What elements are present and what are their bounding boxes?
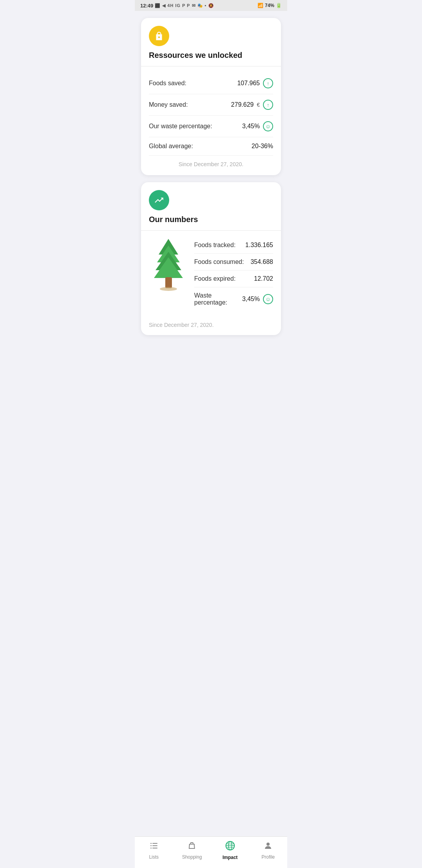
resources-title: Ressources we unlocked <box>149 51 273 60</box>
stat-row-waste-pct: Our waste percentage: 3,45% ☺ <box>149 116 273 137</box>
stat-row-foods-consumed: Foods consumed: 354.688 <box>194 254 273 271</box>
foods-tracked-value: 1.336.165 <box>245 242 273 249</box>
stat-row-foods-expired: Foods expired: 12.702 <box>194 271 273 287</box>
foods-tracked-label: Foods tracked: <box>194 242 236 249</box>
signal-icons: ⬛ ◀ 4H IG P P ✉ 🎭 • 🔕 <box>155 3 214 8</box>
waste-pct2-value-group: 3,45% ☺ <box>242 294 273 304</box>
stat-row-waste-pct2: Waste percentage: 3,45% ☺ <box>194 287 273 311</box>
battery-icon: 🔋 <box>276 3 282 8</box>
resources-card-body: Foods saved: 107.965 ↑ Money saved: 279.… <box>141 66 281 175</box>
waste-pct-value-group: 3,45% ☺ <box>242 121 273 131</box>
waste-pct2-number: 3,45% <box>242 296 260 303</box>
svg-rect-4 <box>165 277 172 288</box>
foods-saved-value-group: 107.965 ↑ <box>237 78 273 88</box>
waste-pct-smiley: ☺ <box>263 121 273 131</box>
time-display: 12:49 <box>140 3 153 9</box>
tree-svg <box>150 237 187 292</box>
foods-expired-label: Foods expired: <box>194 275 236 282</box>
numbers-content-area: Foods tracked: 1.336.165 Foods consumed:… <box>141 231 281 319</box>
status-bar: 12:49 ⬛ ◀ 4H IG P P ✉ 🎭 • 🔕 📶 74% 🔋 <box>135 0 287 11</box>
resources-card: Ressources we unlocked Foods saved: 107.… <box>141 18 281 175</box>
trending-up-icon <box>154 195 164 205</box>
foods-saved-number: 107.965 <box>237 80 260 87</box>
money-saved-label: Money saved: <box>149 101 188 108</box>
waste-pct2-smiley: ☺ <box>263 294 273 304</box>
global-avg-number: 20-36% <box>252 143 273 150</box>
money-saved-up-arrow: ↑ <box>263 100 273 110</box>
tree-illustration <box>149 237 188 292</box>
stat-row-foods-tracked: Foods tracked: 1.336.165 <box>194 237 273 254</box>
waste-pct-number: 3,45% <box>242 123 260 130</box>
status-time: 12:49 ⬛ ◀ 4H IG P P ✉ 🎭 • 🔕 <box>140 3 214 9</box>
waste-pct-label: Our waste percentage: <box>149 123 212 130</box>
lock-icon-badge <box>149 26 169 46</box>
resources-since: Since December 27, 2020. <box>149 156 273 167</box>
foods-saved-label: Foods saved: <box>149 80 186 87</box>
stat-row-foods-saved: Foods saved: 107.965 ↑ <box>149 73 273 94</box>
money-saved-value-group: 279.629 € ↑ <box>231 100 273 110</box>
battery-text: 74% <box>265 3 274 8</box>
stat-row-global-avg: Global average: 20-36% <box>149 137 273 156</box>
foods-consumed-label: Foods consumed: <box>194 258 244 265</box>
main-content: Ressources we unlocked Foods saved: 107.… <box>135 11 287 370</box>
numbers-card: Our numbers Foo <box>141 182 281 335</box>
waste-pct2-label: Waste percentage: <box>194 292 242 306</box>
foods-consumed-value: 354.688 <box>250 258 273 265</box>
status-right: 📶 74% 🔋 <box>257 3 282 8</box>
numbers-title: Our numbers <box>149 215 273 224</box>
euro-symbol: € <box>257 102 260 108</box>
lock-icon <box>154 31 164 41</box>
foods-saved-up-arrow: ↑ <box>263 78 273 88</box>
wifi-icon: 📶 <box>257 3 263 8</box>
resources-card-header: Ressources we unlocked <box>141 18 281 66</box>
foods-expired-value: 12.702 <box>254 275 273 282</box>
svg-point-5 <box>160 287 177 291</box>
global-avg-label: Global average: <box>149 143 193 150</box>
stat-row-money-saved: Money saved: 279.629 € ↑ <box>149 94 273 116</box>
money-saved-number: 279.629 <box>231 101 254 108</box>
global-avg-value-group: 20-36% <box>252 143 273 150</box>
numbers-since: Since December 27, 2020. <box>141 319 281 335</box>
numbers-stats-list: Foods tracked: 1.336.165 Foods consumed:… <box>194 237 273 311</box>
numbers-card-header: Our numbers <box>141 182 281 231</box>
trend-icon-badge <box>149 190 169 210</box>
